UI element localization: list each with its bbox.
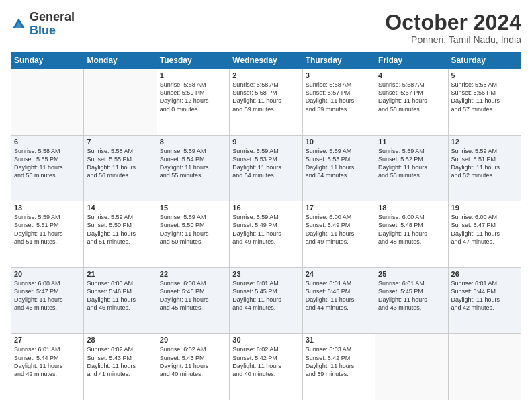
- calendar-week-3: 13Sunrise: 5:59 AMSunset: 5:51 PMDayligh…: [11, 201, 521, 268]
- day-number: 20: [14, 270, 81, 278]
- calendar-cell: 6Sunrise: 5:58 AMSunset: 5:55 PMDaylight…: [11, 135, 84, 201]
- calendar-week-2: 6Sunrise: 5:58 AMSunset: 5:55 PMDaylight…: [11, 135, 521, 201]
- calendar-cell: 12Sunrise: 5:59 AMSunset: 5:51 PMDayligh…: [448, 135, 521, 201]
- day-number: 13: [14, 203, 81, 212]
- calendar-cell: 15Sunrise: 5:59 AMSunset: 5:50 PMDayligh…: [157, 201, 229, 268]
- logo: General Blue: [11, 11, 75, 38]
- day-number: 8: [160, 138, 226, 146]
- day-content: Sunrise: 6:03 AMSunset: 5:42 PMDaylight:…: [306, 345, 372, 378]
- day-content: Sunrise: 6:02 AMSunset: 5:43 PMDaylight:…: [87, 345, 153, 378]
- calendar-cell: [84, 69, 157, 136]
- day-content: Sunrise: 5:59 AMSunset: 5:53 PMDaylight:…: [232, 147, 299, 180]
- day-content: Sunrise: 5:59 AMSunset: 5:51 PMDaylight:…: [451, 147, 518, 180]
- calendar-cell: 9Sunrise: 5:59 AMSunset: 5:53 PMDaylight…: [230, 135, 302, 201]
- day-content: Sunrise: 5:59 AMSunset: 5:49 PMDaylight:…: [232, 213, 299, 246]
- day-number: 10: [306, 138, 372, 146]
- day-number: 21: [87, 270, 153, 278]
- day-number: 9: [232, 138, 299, 146]
- day-content: Sunrise: 6:00 AMSunset: 5:48 PMDaylight:…: [378, 213, 445, 246]
- day-content: Sunrise: 5:59 AMSunset: 5:50 PMDaylight:…: [87, 213, 153, 246]
- month-title: October 2024: [385, 11, 521, 34]
- calendar-week-5: 27Sunrise: 6:01 AMSunset: 5:44 PMDayligh…: [11, 334, 521, 400]
- day-number: 14: [87, 203, 153, 212]
- calendar-cell: 17Sunrise: 6:00 AMSunset: 5:49 PMDayligh…: [302, 201, 375, 268]
- day-number: 5: [451, 71, 518, 79]
- calendar-cell: [375, 334, 448, 400]
- calendar-cell: 18Sunrise: 6:00 AMSunset: 5:48 PMDayligh…: [375, 201, 448, 268]
- day-content: Sunrise: 6:01 AMSunset: 5:45 PMDaylight:…: [378, 279, 445, 312]
- day-number: 24: [306, 270, 372, 278]
- day-number: 31: [306, 336, 372, 344]
- calendar-cell: 20Sunrise: 6:00 AMSunset: 5:47 PMDayligh…: [11, 267, 84, 334]
- day-content: Sunrise: 5:58 AMSunset: 5:59 PMDaylight:…: [160, 81, 226, 113]
- calendar-cell: 25Sunrise: 6:01 AMSunset: 5:45 PMDayligh…: [375, 267, 448, 334]
- logo-blue-text: Blue: [30, 24, 75, 38]
- calendar-cell: 14Sunrise: 5:59 AMSunset: 5:50 PMDayligh…: [84, 201, 157, 268]
- day-content: Sunrise: 5:58 AMSunset: 5:55 PMDaylight:…: [87, 147, 153, 180]
- day-content: Sunrise: 5:58 AMSunset: 5:57 PMDaylight:…: [306, 81, 372, 113]
- calendar-cell: 2Sunrise: 5:58 AMSunset: 5:58 PMDaylight…: [230, 69, 302, 136]
- day-number: 30: [232, 336, 299, 344]
- day-content: Sunrise: 5:59 AMSunset: 5:53 PMDaylight:…: [306, 147, 372, 180]
- calendar-cell: 28Sunrise: 6:02 AMSunset: 5:43 PMDayligh…: [84, 334, 157, 400]
- day-content: Sunrise: 5:58 AMSunset: 5:56 PMDaylight:…: [451, 81, 518, 113]
- calendar-table: SundayMondayTuesdayWednesdayThursdayFrid…: [11, 52, 521, 400]
- calendar-cell: 1Sunrise: 5:58 AMSunset: 5:59 PMDaylight…: [157, 69, 229, 136]
- calendar-cell: 19Sunrise: 6:00 AMSunset: 5:47 PMDayligh…: [448, 201, 521, 268]
- calendar-cell: 5Sunrise: 5:58 AMSunset: 5:56 PMDaylight…: [448, 69, 521, 136]
- weekday-header-row: SundayMondayTuesdayWednesdayThursdayFrid…: [11, 52, 521, 69]
- calendar-cell: 21Sunrise: 6:00 AMSunset: 5:46 PMDayligh…: [84, 267, 157, 334]
- calendar-cell: 30Sunrise: 6:02 AMSunset: 5:42 PMDayligh…: [230, 334, 302, 400]
- day-number: 12: [451, 138, 518, 146]
- day-number: 2: [232, 71, 299, 79]
- day-number: 17: [306, 203, 372, 212]
- calendar-cell: 29Sunrise: 6:02 AMSunset: 5:43 PMDayligh…: [157, 334, 229, 400]
- weekday-header-friday: Friday: [375, 52, 448, 69]
- day-number: 29: [160, 336, 226, 344]
- day-content: Sunrise: 6:01 AMSunset: 5:45 PMDaylight:…: [232, 279, 299, 312]
- day-number: 22: [160, 270, 226, 278]
- day-content: Sunrise: 6:00 AMSunset: 5:46 PMDaylight:…: [160, 279, 226, 312]
- day-content: Sunrise: 5:59 AMSunset: 5:54 PMDaylight:…: [160, 147, 226, 180]
- day-number: 1: [160, 71, 226, 79]
- calendar-cell: 7Sunrise: 5:58 AMSunset: 5:55 PMDaylight…: [84, 135, 157, 201]
- calendar-cell: 11Sunrise: 5:59 AMSunset: 5:52 PMDayligh…: [375, 135, 448, 201]
- page-header: General Blue October 2024 Ponneri, Tamil…: [11, 11, 521, 45]
- logo-icon: [11, 16, 27, 32]
- calendar-cell: 27Sunrise: 6:01 AMSunset: 5:44 PMDayligh…: [11, 334, 84, 400]
- day-content: Sunrise: 5:59 AMSunset: 5:52 PMDaylight:…: [378, 147, 445, 180]
- calendar-cell: 3Sunrise: 5:58 AMSunset: 5:57 PMDaylight…: [302, 69, 375, 136]
- day-content: Sunrise: 6:00 AMSunset: 5:49 PMDaylight:…: [306, 213, 372, 246]
- day-content: Sunrise: 6:01 AMSunset: 5:45 PMDaylight:…: [306, 279, 372, 312]
- calendar-week-1: 1Sunrise: 5:58 AMSunset: 5:59 PMDaylight…: [11, 69, 521, 136]
- day-content: Sunrise: 6:02 AMSunset: 5:43 PMDaylight:…: [160, 345, 226, 378]
- day-content: Sunrise: 6:00 AMSunset: 5:46 PMDaylight:…: [87, 279, 153, 312]
- day-content: Sunrise: 6:02 AMSunset: 5:42 PMDaylight:…: [232, 345, 299, 378]
- day-content: Sunrise: 5:58 AMSunset: 5:57 PMDaylight:…: [378, 81, 445, 113]
- location-subtitle: Ponneri, Tamil Nadu, India: [385, 34, 521, 45]
- day-number: 25: [378, 270, 445, 278]
- day-content: Sunrise: 6:01 AMSunset: 5:44 PMDaylight:…: [451, 279, 518, 312]
- day-number: 27: [14, 336, 81, 344]
- day-content: Sunrise: 6:00 AMSunset: 5:47 PMDaylight:…: [14, 279, 81, 312]
- day-number: 28: [87, 336, 153, 344]
- day-number: 16: [232, 203, 299, 212]
- day-content: Sunrise: 6:01 AMSunset: 5:44 PMDaylight:…: [14, 345, 81, 378]
- day-number: 4: [378, 71, 445, 79]
- weekday-header-monday: Monday: [84, 52, 157, 69]
- day-content: Sunrise: 5:59 AMSunset: 5:50 PMDaylight:…: [160, 213, 226, 246]
- calendar-cell: 24Sunrise: 6:01 AMSunset: 5:45 PMDayligh…: [302, 267, 375, 334]
- calendar-cell: 23Sunrise: 6:01 AMSunset: 5:45 PMDayligh…: [230, 267, 302, 334]
- weekday-header-wednesday: Wednesday: [230, 52, 302, 69]
- day-number: 3: [306, 71, 372, 79]
- weekday-header-sunday: Sunday: [11, 52, 84, 69]
- logo-general-text: General: [30, 11, 75, 24]
- day-number: 11: [378, 138, 445, 146]
- weekday-header-thursday: Thursday: [302, 52, 375, 69]
- day-number: 15: [160, 203, 226, 212]
- day-content: Sunrise: 6:00 AMSunset: 5:47 PMDaylight:…: [451, 213, 518, 246]
- weekday-header-tuesday: Tuesday: [157, 52, 229, 69]
- day-number: 19: [451, 203, 518, 212]
- calendar-cell: 10Sunrise: 5:59 AMSunset: 5:53 PMDayligh…: [302, 135, 375, 201]
- calendar-cell: 8Sunrise: 5:59 AMSunset: 5:54 PMDaylight…: [157, 135, 229, 201]
